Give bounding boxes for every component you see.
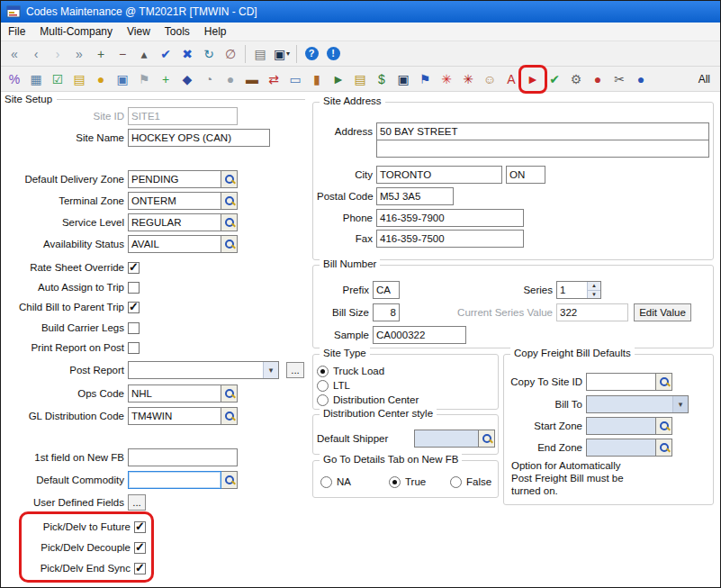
menu-help[interactable]: Help (197, 23, 234, 41)
build-carrier-legs-checkbox[interactable] (128, 322, 140, 334)
copy-icon[interactable]: ▣ (112, 68, 133, 90)
ops-code-lookup-button[interactable] (221, 384, 238, 403)
edit-value-button[interactable]: Edit Value (634, 303, 691, 321)
sample-field[interactable]: CA000322 (373, 326, 466, 344)
truck-load-radio[interactable] (317, 366, 329, 377)
availability-status-lookup-button[interactable] (221, 235, 238, 253)
bill-to-combo[interactable]: ▾ (586, 395, 689, 413)
post-report-combo[interactable]: ▾ (128, 361, 279, 379)
grid-report-icon[interactable]: ▦ (25, 68, 47, 90)
first-field-on-new-fb-field[interactable] (128, 448, 238, 466)
default-delivery-zone-lookup-button[interactable] (221, 170, 238, 188)
burst-red2-icon[interactable]: ✳ (457, 68, 479, 90)
chevron-down-icon[interactable]: ▾ (672, 396, 688, 412)
toolbar-all-label[interactable]: All (698, 73, 710, 86)
terminal-zone-lookup-button[interactable] (221, 192, 238, 210)
split-arrows-icon[interactable]: ⇄ (263, 68, 284, 90)
filter-off-icon[interactable]: ∅ (220, 43, 241, 65)
refresh-icon[interactable]: ↻ (198, 43, 220, 65)
coins-icon[interactable]: ● (90, 68, 112, 90)
copy-to-site-id-field[interactable] (586, 373, 656, 391)
copy-to-site-id-lookup-button[interactable] (656, 373, 672, 391)
cherry-icon[interactable]: ● (587, 68, 608, 90)
postal-code-field[interactable]: M5J 3A5 (376, 187, 454, 205)
prefix-field[interactable]: CA (373, 281, 400, 299)
service-level-lookup-button[interactable] (221, 213, 238, 231)
province-field[interactable]: ON (506, 166, 545, 184)
fax-field[interactable]: 416-359-7500 (376, 230, 524, 248)
start-zone-field[interactable] (586, 417, 656, 435)
help-icon[interactable]: ? (301, 43, 322, 65)
phone-field[interactable]: 416-359-7900 (376, 209, 524, 227)
address-line2-field[interactable] (376, 140, 709, 158)
default-delivery-zone-field[interactable]: PENDING (128, 170, 221, 188)
print-report-on-post-checkbox[interactable] (128, 342, 140, 354)
nav-prev-icon[interactable]: ‹ (25, 43, 47, 65)
menu-multi-company[interactable]: Multi-Company (32, 23, 120, 41)
menu-tools[interactable]: Tools (158, 23, 197, 41)
gear-icon[interactable]: ⚙ (565, 68, 587, 90)
gauge-icon[interactable]: ◔ (198, 68, 220, 90)
mouse-icon[interactable]: ● (220, 68, 241, 90)
start-zone-lookup-button[interactable] (656, 417, 672, 435)
address-line1-field[interactable]: 50 BAY STREET (376, 122, 709, 140)
approve-check-icon[interactable]: ✔ (544, 68, 565, 90)
rate-card-icon[interactable]: ▭ (284, 68, 306, 90)
end-zone-field[interactable] (586, 439, 656, 457)
city-field[interactable]: TORONTO (376, 166, 502, 184)
gl-distribution-code-lookup-button[interactable] (221, 407, 238, 425)
barrel-icon[interactable]: ▮ (306, 68, 328, 90)
site-id-field[interactable]: SITE1 (128, 107, 238, 125)
checked-list-icon[interactable]: ☑ (47, 68, 68, 90)
menu-file[interactable]: File (1, 23, 32, 41)
true-radio[interactable] (389, 476, 401, 488)
carry-forward-icon[interactable]: ► (522, 68, 544, 90)
flag-gray-icon[interactable]: ⚑ (133, 68, 155, 90)
default-commodity-lookup-button[interactable] (221, 471, 238, 489)
nav-next-icon[interactable]: › (47, 43, 68, 65)
print-icon[interactable]: ▤ (249, 43, 271, 65)
invoice-dollar-icon[interactable]: $ (371, 68, 392, 90)
gl-distribution-code-field[interactable]: TM4WIN (128, 407, 221, 425)
series-spinner[interactable]: 1 ▲ ▼ (556, 281, 601, 299)
availability-status-field[interactable]: AVAIL (128, 235, 221, 253)
spin-up-icon[interactable]: ▲ (588, 282, 600, 290)
driver-icon[interactable]: ☺ (479, 68, 500, 90)
flag-blue-icon[interactable]: ⚑ (414, 68, 436, 90)
pick-delv-end-sync-checkbox[interactable] (134, 563, 146, 574)
truck-add-icon[interactable]: + (155, 68, 176, 90)
default-shipper-field[interactable] (414, 430, 479, 448)
default-shipper-lookup-button[interactable] (479, 430, 495, 448)
delete-record-icon[interactable]: − (112, 43, 133, 65)
spin-down-icon[interactable]: ▼ (588, 290, 600, 299)
child-bill-to-parent-trip-checkbox[interactable] (128, 302, 140, 313)
default-commodity-field[interactable] (128, 471, 221, 489)
terminal-zone-field[interactable]: ONTERM (128, 192, 221, 210)
scissors-icon[interactable]: ✂ (608, 68, 630, 90)
pick-delv-decouple-checkbox[interactable] (134, 542, 146, 554)
ink-bottle-icon[interactable]: ◆ (176, 68, 198, 90)
chevron-down-icon[interactable]: ▾ (263, 362, 278, 378)
post-edit-icon[interactable]: ✔ (155, 43, 176, 65)
nav-last-icon[interactable]: » (68, 43, 90, 65)
end-zone-lookup-button[interactable] (656, 439, 672, 457)
ops-code-field[interactable]: NHL (128, 384, 221, 403)
false-radio[interactable] (450, 476, 462, 488)
notes-icon[interactable]: ▤ (68, 68, 90, 90)
menu-view[interactable]: View (120, 23, 158, 41)
info-icon[interactable]: ! (322, 43, 344, 65)
monitor-icon[interactable]: ▣ (392, 68, 414, 90)
globe-icon[interactable]: ● (630, 68, 652, 90)
service-level-field[interactable]: REGULAR (128, 213, 221, 231)
knife-icon[interactable]: ▬ (241, 68, 263, 90)
truck-icon[interactable]: ► (328, 68, 349, 90)
percent-icon[interactable]: % (4, 68, 25, 90)
user-defined-fields-button[interactable]: ... (128, 494, 146, 511)
burst-red-icon[interactable]: ✳ (436, 68, 457, 90)
cancel-edit-icon[interactable]: ✖ (176, 43, 198, 65)
notepad-icon[interactable]: ▤ (349, 68, 371, 90)
nav-first-icon[interactable]: « (4, 43, 25, 65)
post-report-more-button[interactable]: ... (286, 362, 304, 378)
distribution-center-radio[interactable] (317, 394, 329, 406)
bill-size-field[interactable]: 8 (373, 303, 400, 321)
